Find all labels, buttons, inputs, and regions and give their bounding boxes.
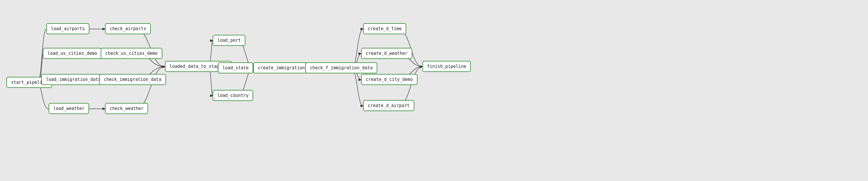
node-check-airports[interactable]: check_airports [105, 23, 151, 34]
node-finish-pipeline[interactable]: finish_pipeline [423, 61, 471, 72]
node-load-state[interactable]: load_state [218, 62, 253, 73]
node-check-weather[interactable]: check_weather [105, 103, 148, 114]
node-create-d-airport[interactable]: create_d_airport [363, 100, 414, 111]
node-create-d-city-demo[interactable]: create_d_city_demo [361, 74, 417, 85]
node-load-us-cities-demo[interactable]: load_us_cities_demo [43, 48, 102, 59]
node-load-country[interactable]: load_country [213, 90, 253, 101]
pipeline-canvas: start_pipeline load_airports load_us_cit… [0, 0, 868, 181]
node-check-immigration-data[interactable]: check_immigration_data [99, 74, 166, 85]
node-load-immigration-data[interactable]: load_immigration_data [41, 74, 105, 85]
node-check-us-cities-demo[interactable]: check_us_cities_demo [101, 48, 162, 59]
node-create-d-time[interactable]: create_d_time [363, 23, 406, 34]
node-load-airports[interactable]: load_airports [46, 23, 89, 34]
node-create-d-weather[interactable]: create_d_weather [361, 48, 412, 59]
node-load-weather[interactable]: load_weather [49, 103, 89, 114]
node-check-f-immigration-data[interactable]: check_f_immigration_data [305, 62, 377, 73]
node-load-port[interactable]: load_port [213, 35, 245, 46]
